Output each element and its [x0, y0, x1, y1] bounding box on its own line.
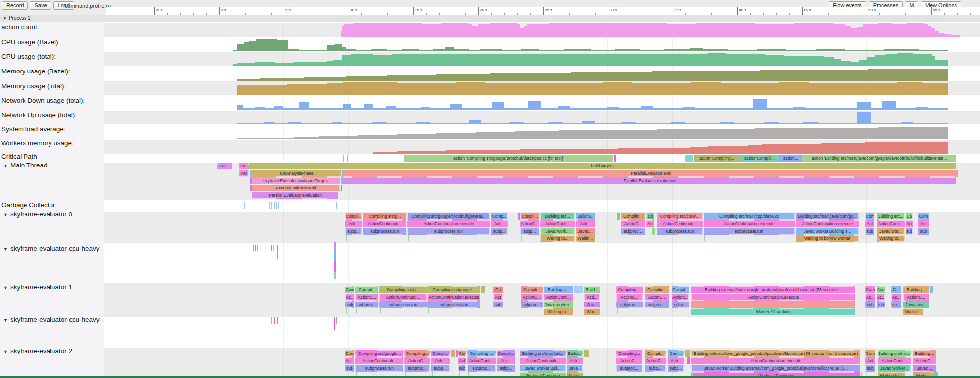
- trace-event-bar[interactable]: Javac wor...: [877, 228, 905, 235]
- trace-event-tick[interactable]: [334, 317, 335, 330]
- trace-event-bar[interactable]: [614, 155, 616, 162]
- trace-event-bar[interactable]: Java...: [567, 365, 583, 372]
- trace-event-bar[interactable]: Acti...: [668, 357, 684, 364]
- trace-event-bar[interactable]: [617, 213, 620, 220]
- trace-event-bar[interactable]: [652, 228, 655, 235]
- trace-event-bar[interactable]: su...: [891, 301, 901, 308]
- trace-event-bar[interactable]: Parallel Evaluator evaluation: [252, 192, 338, 199]
- track-label-memory-usage-bazel[interactable]: Memory usage (Bazel):: [1, 68, 70, 75]
- trace-event-bar[interactable]: subproc...: [404, 365, 430, 372]
- network-up-chart[interactable]: [104, 111, 980, 124]
- trace-event-tick[interactable]: [334, 242, 336, 251]
- trace-event-bar[interactable]: ActionC...: [672, 294, 689, 301]
- trace-event-tick[interactable]: [244, 202, 245, 209]
- trace-event-bar[interactable]: Javac ...: [913, 365, 936, 372]
- system-load-chart[interactable]: [104, 125, 980, 139]
- trace-event-bar[interactable]: Building external/com_google_protobuf/ja…: [691, 286, 855, 293]
- trace-event-bar[interactable]: sub: [865, 365, 875, 372]
- trace-event-bar[interactable]: Compil...: [345, 213, 362, 220]
- trace-event-bar[interactable]: Acti...: [431, 357, 450, 364]
- trace-event-bar[interactable]: Javac...: [576, 228, 595, 235]
- trace-event-bar[interactable]: ParallelEvaluator.eval: [344, 170, 958, 177]
- trace-event-bar[interactable]: Building src...: [540, 213, 575, 220]
- process-header[interactable]: ▼Process 1: [0, 15, 980, 22]
- trace-event-bar[interactable]: subp...: [431, 365, 450, 372]
- trace-event-bar[interactable]: Acti...: [497, 357, 515, 364]
- trace-event-bar[interactable]: [685, 350, 690, 357]
- trace-event-bar[interactable]: Com: [865, 286, 875, 293]
- trace-event-bar[interactable]: Javac work...: [540, 228, 575, 235]
- trace-event-bar[interactable]: action 'Compili...: [739, 155, 779, 162]
- trace-event-bar[interactable]: Jav...: [584, 301, 600, 308]
- trace-event-tick[interactable]: [334, 261, 336, 272]
- timeline-ruler[interactable]: -5 s0 s5 s10 s15 s20 s25 s30 s35 s40 s45…: [106, 7, 980, 15]
- trace-event-bar[interactable]: Buildin...: [576, 213, 595, 220]
- trace-event-tick[interactable]: [336, 317, 337, 324]
- trace-event-bar[interactable]: subproc...: [645, 301, 669, 308]
- trace-event-tick[interactable]: [522, 308, 522, 314]
- trace-event-bar[interactable]: ActionConti...: [467, 357, 496, 364]
- trace-event-tick[interactable]: [273, 245, 274, 251]
- trace-event-bar[interactable]: Compiling src/google...: [355, 350, 403, 357]
- trace-event-bar[interactable]: action 'Building src/main/java/com/googl…: [802, 155, 956, 162]
- trace-event-bar[interactable]: ActionC...: [621, 220, 645, 227]
- trace-event-bar[interactable]: Build...: [584, 286, 600, 293]
- trace-event-bar[interactable]: Waitin...: [903, 308, 923, 315]
- trace-event-bar[interactable]: Building external/com_google_protobuf/ja…: [691, 350, 860, 357]
- trace-event-tick[interactable]: [356, 308, 357, 314]
- trace-event-bar[interactable]: Acti...: [567, 357, 583, 364]
- cpu-usage-total-chart[interactable]: [104, 52, 980, 66]
- trace-event-bar[interactable]: Building ...: [913, 350, 936, 357]
- trace-event-bar[interactable]: Building src/main/jav...: [520, 350, 566, 357]
- trace-event-bar[interactable]: Parallel Evaluator evaluation: [343, 177, 956, 184]
- trace-event-tick[interactable]: [271, 317, 272, 324]
- trace-event-bar[interactable]: Compiling src/g...: [379, 286, 427, 293]
- trace-event-bar[interactable]: Lau...: [217, 163, 232, 169]
- trace-event-tick[interactable]: [251, 202, 251, 209]
- trace-event-bar[interactable]: subp...: [668, 365, 684, 372]
- trace-event-tick[interactable]: [617, 308, 618, 314]
- trace-event-bar[interactable]: Acti...: [345, 220, 362, 227]
- trace-event-bar[interactable]: ActionContinuati...: [657, 220, 703, 227]
- trace-event-bar[interactable]: ActionConti...: [877, 220, 905, 227]
- trace-event-tick[interactable]: [255, 245, 256, 251]
- trace-event-bar[interactable]: ActionC...: [645, 357, 666, 364]
- trace-event-bar[interactable]: Compiling src/main/cpp/blaze.cc: [704, 213, 795, 220]
- trace-event-bar[interactable]: Javac worker Buil...: [520, 365, 566, 372]
- trace-event-bar[interactable]: ActionConti...: [878, 357, 911, 364]
- trace-event-bar[interactable]: [930, 286, 933, 293]
- trace-event-bar[interactable]: Act: [906, 220, 913, 227]
- trace-event-bar[interactable]: ActionC...: [616, 294, 643, 301]
- trace-event-bar[interactable]: Compil...: [520, 213, 539, 220]
- track-label-skyframe-evaluator-0[interactable]: ▼skyframe-evaluator 0: [1, 211, 72, 218]
- trace-event-bar[interactable]: Act: [646, 220, 654, 227]
- memory-usage-bazel-chart[interactable]: [104, 67, 980, 81]
- trace-event-bar[interactable]: Par: [239, 170, 249, 177]
- trace-event-tick[interactable]: [408, 235, 409, 241]
- trace-event-bar[interactable]: Waiting to...: [540, 235, 575, 242]
- trace-event-bar[interactable]: Compilin...: [621, 213, 645, 220]
- trace-event-tick[interactable]: [346, 308, 347, 314]
- trace-event-bar[interactable]: subp...: [645, 365, 666, 372]
- trace-event-bar[interactable]: subproc...: [621, 228, 645, 235]
- trace-event-bar[interactable]: Act: [493, 294, 503, 301]
- trace-event-bar[interactable]: subproc...: [616, 301, 643, 308]
- trace-event-bar[interactable]: Building src/main/java/com/go...: [796, 213, 859, 220]
- trace-event-bar[interactable]: Wai...: [584, 308, 600, 315]
- trace-event-bar[interactable]: subproc...: [521, 301, 543, 308]
- trace-event-bar[interactable]: Javac worker Building external/com_googl…: [691, 365, 860, 372]
- trace-event-bar[interactable]: Compil...: [497, 350, 515, 357]
- trace-event-bar[interactable]: ActionContinuation.execute: [796, 220, 859, 227]
- record-button[interactable]: Record: [2, 1, 28, 10]
- trace-event-bar[interactable]: ActionContinuati...: [355, 357, 403, 364]
- trace-event-tick[interactable]: [492, 235, 492, 241]
- trace-event-bar[interactable]: subp...: [520, 228, 539, 235]
- trace-event-bar[interactable]: action...: [779, 155, 802, 162]
- track-label-network-down-usage-total[interactable]: Network Down usage (total):: [1, 97, 85, 104]
- trace-event-bar[interactable]: ActionContinuation.execute: [704, 220, 795, 227]
- trace-event-bar[interactable]: Acti...: [584, 294, 600, 301]
- track-label-skyframe-evaluator-cpu-heavy[interactable]: ▼skyframe-evaluator-cpu-heavy-: [1, 245, 101, 252]
- trace-event-bar[interactable]: Co: [906, 213, 913, 220]
- trace-event-bar[interactable]: Ac...: [891, 294, 901, 301]
- trace-event-bar[interactable]: Comp...: [491, 213, 508, 220]
